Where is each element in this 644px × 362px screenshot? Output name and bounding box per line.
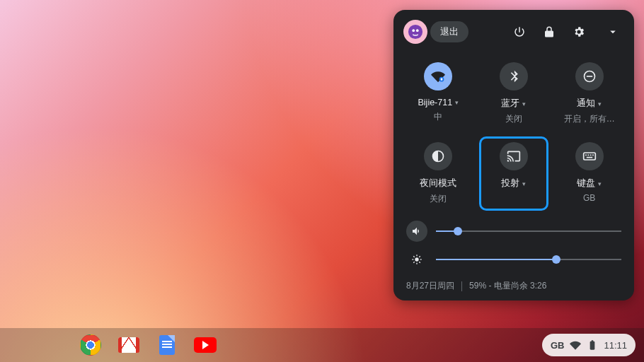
tile-bluetooth[interactable]: 蓝牙▾ 关闭	[479, 57, 549, 131]
panel-footer: 8月27日周四 59% - 电量尚余 3:26	[403, 277, 624, 292]
svg-rect-4	[441, 78, 443, 81]
power-icon[interactable]	[508, 21, 531, 43]
tile-label-text: Bijie-711	[418, 98, 453, 107]
lock-icon[interactable]	[538, 21, 560, 43]
svg-point-14	[415, 257, 418, 261]
app-docs[interactable]	[156, 334, 178, 356]
settings-icon[interactable]	[568, 21, 590, 43]
svg-point-0	[408, 25, 422, 39]
svg-rect-24	[592, 340, 594, 341]
svg-rect-6	[586, 76, 592, 77]
svg-point-2	[416, 29, 419, 32]
signout-button[interactable]: 退出	[430, 21, 468, 42]
tile-sub-text: 中	[434, 111, 442, 123]
volume-slider[interactable]	[436, 223, 621, 239]
tile-night-light[interactable]: 夜间模式 关闭	[403, 136, 473, 211]
keyboard-icon	[575, 142, 604, 170]
tile-label-text: 投射	[501, 177, 519, 189]
chevron-down-icon: ▾	[455, 99, 459, 106]
wifi-icon	[424, 62, 452, 90]
tile-label-text: 通知	[577, 98, 595, 110]
shelf: GB 11:11	[0, 328, 644, 362]
tile-sub-text: 开启，所有…	[564, 113, 615, 125]
brightness-icon[interactable]	[406, 249, 427, 270]
footer-battery: 59% - 电量尚余 3:26	[469, 280, 546, 292]
brightness-row	[406, 249, 621, 270]
app-youtube[interactable]	[194, 334, 217, 356]
quick-settings-panel: 退出 Bijie-711▾ 中 蓝牙▾ 关闭 通知▾ 开启，所有… 夜间模式	[393, 10, 634, 300]
tile-sub-text: 关闭	[430, 193, 447, 205]
cast-icon	[500, 142, 528, 170]
volume-row	[406, 221, 621, 242]
chevron-down-icon: ▾	[522, 180, 526, 187]
brightness-slider[interactable]	[436, 252, 621, 267]
tray-ime: GB	[551, 340, 565, 351]
tray-battery-icon	[587, 339, 598, 351]
sliders	[403, 221, 624, 270]
tile-keyboard[interactable]: 键盘▾ GB	[554, 136, 624, 211]
collapse-icon[interactable]	[602, 21, 624, 43]
shelf-apps	[79, 334, 217, 356]
tile-label-text: 蓝牙	[501, 98, 519, 110]
chevron-down-icon: ▾	[598, 100, 602, 107]
svg-rect-11	[590, 155, 591, 156]
svg-line-19	[413, 256, 414, 257]
panel-header: 退出	[403, 20, 624, 44]
dnd-icon	[575, 62, 604, 90]
svg-rect-13	[586, 157, 592, 158]
tile-sub-text: GB	[583, 193, 595, 203]
avatar[interactable]	[403, 20, 427, 44]
tray-clock: 11:11	[604, 340, 627, 351]
svg-point-1	[412, 29, 415, 32]
svg-line-22	[419, 256, 420, 257]
footer-date: 8月27日周四	[406, 280, 454, 292]
svg-line-21	[413, 262, 414, 262]
app-chrome[interactable]	[79, 334, 102, 356]
svg-line-20	[419, 262, 420, 262]
status-tray[interactable]: GB 11:11	[542, 334, 636, 356]
tile-notifications[interactable]: 通知▾ 开启，所有…	[554, 57, 624, 131]
divider	[461, 281, 462, 291]
tray-wifi-icon	[570, 339, 581, 351]
chevron-down-icon: ▾	[598, 180, 602, 187]
svg-rect-12	[592, 155, 594, 156]
tile-label-text: 夜间模式	[420, 177, 456, 189]
tile-label-text: 键盘	[577, 177, 595, 189]
volume-icon[interactable]	[406, 221, 427, 242]
svg-rect-23	[590, 341, 595, 350]
tile-cast[interactable]: 投射▾	[479, 136, 549, 211]
chevron-down-icon: ▾	[522, 100, 526, 107]
tile-sub-text: 关闭	[505, 113, 522, 125]
svg-rect-8	[583, 153, 595, 160]
bluetooth-icon	[500, 62, 528, 90]
night-light-icon	[424, 142, 452, 170]
tiles-grid: Bijie-711▾ 中 蓝牙▾ 关闭 通知▾ 开启，所有… 夜间模式 关闭 投…	[403, 57, 624, 211]
app-gmail[interactable]	[117, 334, 140, 356]
tile-wifi[interactable]: Bijie-711▾ 中	[403, 57, 473, 131]
svg-rect-9	[585, 155, 587, 156]
svg-rect-10	[587, 155, 589, 156]
